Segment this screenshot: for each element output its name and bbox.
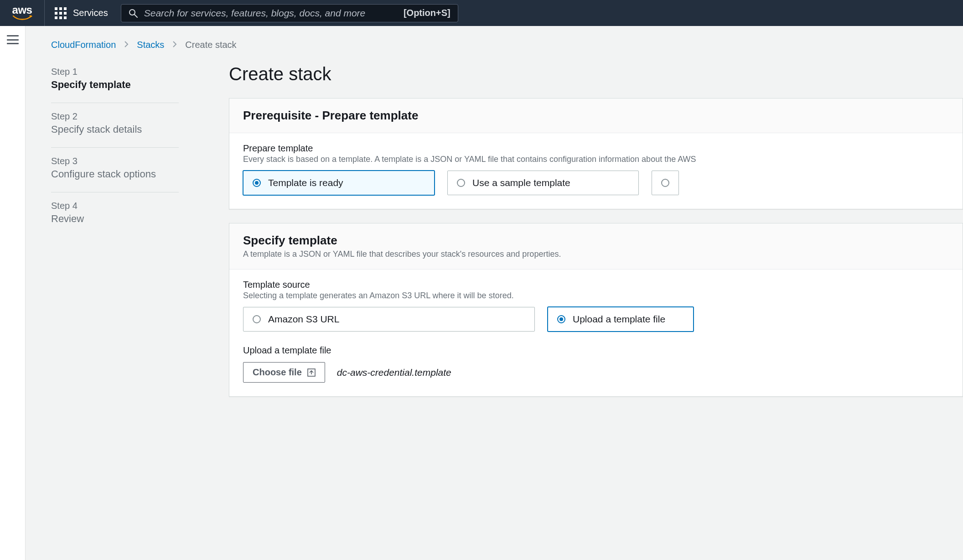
breadcrumb: CloudFormation Stacks Create stack	[51, 40, 963, 50]
wizard-step-4[interactable]: Step 4 Review	[51, 192, 179, 237]
search-icon	[129, 9, 138, 18]
aws-logo[interactable]: aws	[0, 0, 45, 26]
breadcrumb-link-cloudformation[interactable]: CloudFormation	[51, 40, 116, 50]
breadcrumb-link-stacks[interactable]: Stacks	[137, 40, 164, 50]
radio-template-ready[interactable]: Template is ready	[243, 171, 435, 195]
panel-prerequisite: Prerequisite - Prepare template Prepare …	[229, 98, 963, 209]
chevron-right-icon	[172, 40, 177, 50]
panel-prereq-title: Prerequisite - Prepare template	[243, 109, 949, 123]
wizard-step-2[interactable]: Step 2 Specify stack details	[51, 103, 179, 148]
radio-sample-template[interactable]: Use a sample template	[447, 171, 639, 195]
radio-icon	[253, 315, 261, 323]
specify-template-subtitle: A template is a JSON or YAML file that d…	[243, 249, 949, 259]
panel-specify-template: Specify template A template is a JSON or…	[229, 223, 963, 397]
svg-point-0	[129, 10, 135, 15]
breadcrumb-current: Create stack	[185, 40, 236, 50]
search-input[interactable]	[144, 8, 397, 19]
svg-line-1	[135, 15, 137, 17]
search-shortcut: [Option+S]	[404, 8, 450, 18]
radio-icon	[661, 179, 669, 187]
specify-template-title: Specify template	[243, 233, 949, 248]
grid-icon	[55, 7, 67, 19]
radio-icon	[457, 179, 465, 187]
radio-option-cutoff[interactable]	[652, 171, 679, 195]
radio-icon	[253, 179, 261, 187]
template-source-label: Template source	[243, 280, 949, 290]
services-label: Services	[73, 8, 108, 18]
upload-icon	[307, 368, 316, 377]
hamburger-icon[interactable]	[7, 35, 19, 44]
left-rail	[0, 26, 26, 560]
prepare-template-desc: Every stack is based on a template. A te…	[243, 155, 949, 164]
radio-upload-template-file[interactable]: Upload a template file	[548, 307, 694, 332]
upload-template-label: Upload a template file	[243, 345, 949, 356]
wizard-steps: Step 1 Specify template Step 2 Specify s…	[51, 67, 179, 410]
prepare-template-label: Prepare template	[243, 143, 949, 154]
global-search[interactable]: [Option+S]	[121, 4, 458, 22]
wizard-step-3[interactable]: Step 3 Configure stack options	[51, 148, 179, 192]
radio-amazon-s3-url[interactable]: Amazon S3 URL	[243, 307, 535, 332]
choose-file-button[interactable]: Choose file	[243, 362, 325, 383]
radio-icon	[557, 315, 565, 323]
template-source-desc: Selecting a template generates an Amazon…	[243, 291, 949, 301]
wizard-step-1[interactable]: Step 1 Specify template	[51, 67, 179, 103]
chosen-file-name: dc-aws-credential.template	[337, 367, 451, 378]
services-menu[interactable]: Services	[45, 0, 118, 26]
top-nav: aws Services [Option+S]	[0, 0, 963, 26]
chevron-right-icon	[124, 40, 129, 50]
page-title: Create stack	[229, 64, 963, 84]
aws-smile-icon	[12, 15, 32, 21]
